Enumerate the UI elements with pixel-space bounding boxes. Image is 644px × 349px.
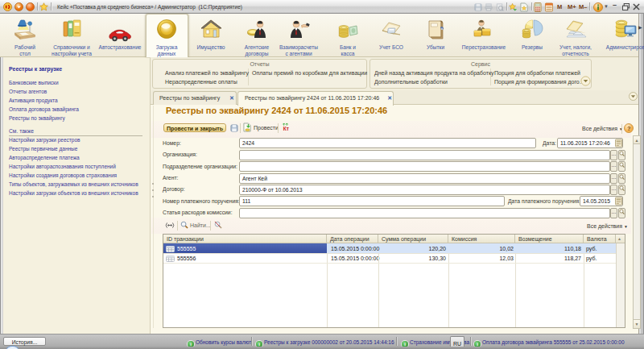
- svg-text:?: ?: [627, 125, 631, 132]
- svg-text:Кт: Кт: [283, 126, 289, 131]
